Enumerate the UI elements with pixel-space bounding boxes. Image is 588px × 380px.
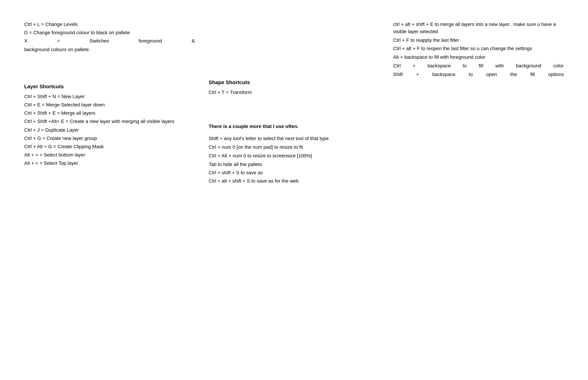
switches-text: X = Switches foreground &: [24, 37, 195, 45]
shortcut-ctrl-alt-num0: Ctrl + Alt + num 0 to resize to screensi…: [209, 152, 379, 159]
column-2: Shape Shortcuts Ctrl + T = Transform The…: [209, 21, 379, 191]
more-heading: There is a couple more that I use often.: [209, 123, 379, 130]
shortcut-alt-less: Alt + < = Select Top layer: [24, 160, 195, 167]
main-content: Ctrl + L = Change Levels D = Change fore…: [24, 21, 564, 191]
more-shortcuts-section: There is a couple more that I use often.…: [209, 116, 379, 186]
column-3: ctrl + alt + shift + E to merge all laye…: [393, 21, 564, 191]
shape-shortcuts-heading: Shape Shortcuts: [209, 79, 379, 85]
shortcut-merge-all-layers: ctrl + alt + shift + E to merge all laye…: [393, 21, 564, 35]
shortcut-save-web: Ctrl + alt + shift + S to save as for th…: [209, 177, 379, 185]
background-colours: background colours on pallete: [24, 46, 195, 53]
shortcut-ctrl-backspace: Ctrl + backspace to fill with background…: [393, 62, 564, 69]
shape-shortcuts-section: Shape Shortcuts Ctrl + T = Transform: [209, 69, 379, 97]
shortcut-ctrl-shift-e: Ctrl + Shift + E = Merge all layers: [24, 110, 195, 117]
top-shortcuts-section: Ctrl + L = Change Levels D = Change fore…: [24, 21, 195, 54]
shortcut-ctrl-t: Ctrl + T = Transform: [209, 89, 379, 96]
shortcut-shift-backspace: Shift + backspace to open the fill optio…: [393, 71, 564, 78]
shortcut-ctrl-shift-s: Ctrl + shift + S to save as: [209, 169, 379, 176]
shortcut-ctrl-alt-f: Ctrl + alt + F to reopen the last filter…: [393, 45, 564, 52]
shortcut-ctrl-e: Ctrl + E = Merge Selected layer down: [24, 101, 195, 109]
shortcut-ctrl-g: Ctrl + G = Create new layer group: [24, 135, 195, 142]
layer-shortcuts-heading: Layer Shortcuts: [24, 84, 195, 90]
shortcut-ctrl-shift-alt-e: Ctrl + Shift +Alt+ E = Create a new laye…: [24, 118, 195, 125]
shortcut-alt-greater: Alt + > = Select bottom layer: [24, 151, 195, 159]
shortcut-ctrl-shift-n: Ctrl + Shift + N = New Layer: [24, 93, 195, 100]
shortcut-alt-backspace: Alt + backspace to fill with foreground …: [393, 54, 564, 61]
shortcut-ctrl-alt-g: Ctrl + Alt + G = Create Clipping Mask: [24, 143, 195, 150]
column-1: Ctrl + L = Change Levels D = Change fore…: [24, 21, 195, 191]
shortcut-x-switches: X = Switches foreground &: [24, 37, 195, 45]
shortcut-tab: Tab to hide all the pallets: [209, 161, 379, 168]
shortcut-ctrl-l: Ctrl + L = Change Levels: [24, 21, 195, 28]
filter-shortcuts-section: ctrl + alt + shift + E to merge all laye…: [393, 21, 564, 79]
shortcut-shift-tool: Shift + any tool's letter to select the …: [209, 135, 379, 142]
shortcut-ctrl-f: Ctrl + F to reapply the last filter: [393, 37, 564, 44]
shortcut-ctrl-j: Ctrl + J = Duplicate Layer: [24, 126, 195, 134]
layer-shortcuts-section: Layer Shortcuts Ctrl + Shift + N = New L…: [24, 73, 195, 168]
shortcut-ctrl-num0: Ctrl + num 0 [on the num pad] to resize …: [209, 144, 379, 151]
shortcut-d: D = Change foreground colour to black on…: [24, 29, 195, 36]
